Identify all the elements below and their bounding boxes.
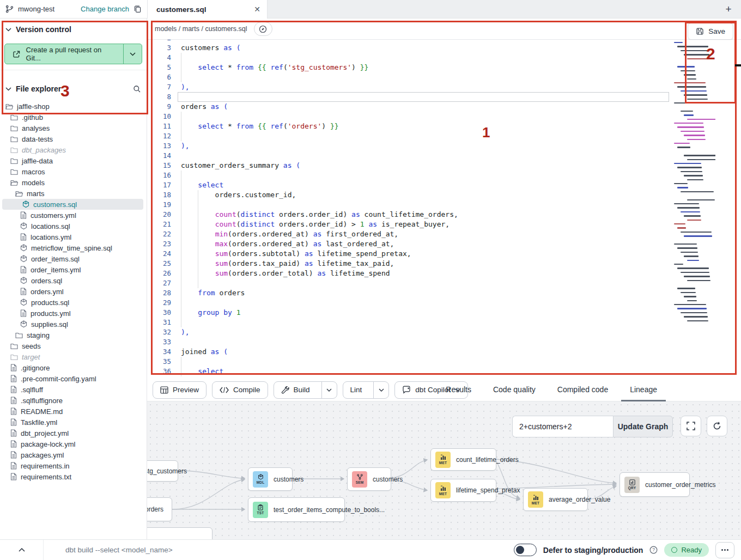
code-line-13[interactable]: 13), xyxy=(147,141,741,151)
more-options-button[interactable] xyxy=(715,542,734,558)
status-badge-ready[interactable]: Ready xyxy=(664,543,709,557)
code-line-24[interactable]: 24 sum(orders.subtotal) as lifetime_spen… xyxy=(147,249,741,259)
lineage-node-customers[interactable]: SEMcustomers xyxy=(347,467,391,491)
code-line-12[interactable]: 12 xyxy=(147,131,741,141)
copy-icon[interactable] xyxy=(133,5,142,13)
tree-item-orders-sql[interactable]: orders.sql xyxy=(0,275,147,286)
add-tab-button[interactable]: + xyxy=(721,2,736,16)
preview-button[interactable]: Preview xyxy=(153,381,206,399)
tree-item-marts[interactable]: marts xyxy=(0,188,147,199)
code-line-27[interactable]: 27 xyxy=(147,278,741,288)
tree-item--github[interactable]: .github xyxy=(0,112,147,123)
tree-item-jaffle-data[interactable]: jaffle-data xyxy=(0,155,147,166)
code-line-29[interactable]: 29 xyxy=(147,298,741,308)
tree-item-requirements-txt[interactable]: requirements.txt xyxy=(0,471,147,482)
code-line-33[interactable]: 33 xyxy=(147,337,741,347)
tree-item-locations-yml[interactable]: locations.yml xyxy=(0,232,147,242)
tree-item-seeds[interactable]: seeds xyxy=(0,340,147,351)
code-line-18[interactable]: 18 orders.customer_id, xyxy=(147,190,741,200)
tab-customers-sql[interactable]: customers.sql ✕ xyxy=(148,0,268,19)
tree-item-macros[interactable]: macros xyxy=(0,166,147,177)
lineage-node-customers[interactable]: MDLcustomers xyxy=(248,467,293,491)
lineage-node-count-lifetime-orders[interactable]: METcount_lifetime_orders xyxy=(430,448,496,471)
code-line-3[interactable]: 3customers as ( xyxy=(147,43,741,53)
tree-item--sqlfluff[interactable]: .sqlfluff xyxy=(0,384,147,395)
tree-item-order-items-yml[interactable]: order_items.yml xyxy=(0,264,147,275)
lineage-node-customer-order-metrics[interactable]: QRYcustomer_order_metrics xyxy=(619,472,690,497)
code-line-32[interactable]: 32), xyxy=(147,327,741,337)
tree-item-jaffle-shop[interactable]: jaffle-shop xyxy=(0,101,147,112)
build-button[interactable]: Build xyxy=(274,382,317,398)
lineage-node-orders[interactable]: MDLorders xyxy=(147,497,172,521)
tree-item-products-sql[interactable]: products.sql xyxy=(0,297,147,308)
code-line-30[interactable]: 30 group by 1 xyxy=(147,308,741,318)
update-graph-button[interactable]: Update Graph xyxy=(613,416,673,437)
tree-item--sqlfluffignore[interactable]: .sqlfluffignore xyxy=(0,395,147,406)
change-branch-link[interactable]: Change branch xyxy=(81,5,129,13)
code-line-25[interactable]: 25 sum(orders.tax_paid) as lifetime_tax_… xyxy=(147,259,741,269)
tree-item-target[interactable]: target xyxy=(0,351,147,362)
tree-item-taskfile-yml[interactable]: Taskfile.yml xyxy=(0,417,147,428)
code-line-16[interactable]: 16 xyxy=(147,171,741,180)
code-line-10[interactable]: 10 xyxy=(147,112,741,121)
code-line-21[interactable]: 21 count(distinct orders.order_id) > 1 a… xyxy=(147,220,741,229)
code-line-20[interactable]: 20 count(distinct orders.order_id) as co… xyxy=(147,210,741,220)
tree-item-package-lock-yml[interactable]: package-lock.yml xyxy=(0,439,147,449)
cli-command-text[interactable]: dbt build --select <model_name> xyxy=(65,546,173,554)
code-line-14[interactable]: 14 xyxy=(147,151,741,161)
lineage-node-test-order-items-compute-to-bools-[interactable]: TSTtest_order_items_compute_to_bools... xyxy=(248,497,345,522)
compass-button[interactable] xyxy=(254,22,272,36)
tree-item-metricflow-time-spine-sql[interactable]: metricflow_time_spine.sql xyxy=(0,242,147,253)
tree-item-order-items-sql[interactable]: order_items.sql xyxy=(0,253,147,264)
tab-lineage[interactable]: Lineage xyxy=(621,379,666,401)
version-control-header[interactable]: Version control xyxy=(0,19,147,39)
compile-button[interactable]: Compile xyxy=(212,381,268,399)
code-line-35[interactable]: 35 xyxy=(147,357,741,367)
tree-item-customers-yml[interactable]: customers.yml xyxy=(0,210,147,221)
tree-item-staging[interactable]: staging xyxy=(0,330,147,340)
code-line-11[interactable]: 11 select * from {{ ref('orders') }} xyxy=(147,121,741,131)
tree-item--pre-commit-config-yaml[interactable]: .pre-commit-config.yaml xyxy=(0,373,147,384)
code-line-26[interactable]: 26 sum(orders.order_total) as lifetime_s… xyxy=(147,269,741,278)
tree-item-analyses[interactable]: analyses xyxy=(0,123,147,133)
code-line-4[interactable]: 4 xyxy=(147,53,741,63)
lineage-node-partial[interactable] xyxy=(147,527,212,539)
lineage-panel[interactable]: MDLstg_customersMDLordersMDLcustomersTST… xyxy=(147,401,741,539)
lint-dropdown-caret[interactable] xyxy=(373,382,388,398)
tree-item-locations-sql[interactable]: locations.sql xyxy=(0,221,147,232)
fullscreen-button[interactable] xyxy=(681,416,701,436)
tab-code-quality[interactable]: Code quality xyxy=(484,379,544,401)
defer-toggle[interactable] xyxy=(514,544,537,556)
tab-compiled-code[interactable]: Compiled code xyxy=(549,379,617,401)
create-pull-request-button[interactable]: Create a pull request on Git... xyxy=(4,44,142,64)
pr-dropdown-caret[interactable] xyxy=(123,44,142,64)
code-line-15[interactable]: 15customer_orders_summary as ( xyxy=(147,161,741,171)
code-line-31[interactable]: 31 xyxy=(147,318,741,327)
file-explorer-header[interactable]: File explorer xyxy=(0,78,147,99)
code-line-8[interactable]: 8 xyxy=(147,92,741,102)
lint-button[interactable]: Lint xyxy=(343,382,369,398)
code-line-9[interactable]: 9orders as ( xyxy=(147,102,741,112)
close-tab-icon[interactable]: ✕ xyxy=(254,5,260,14)
refresh-button[interactable] xyxy=(707,416,727,436)
build-dropdown-caret[interactable] xyxy=(321,382,337,398)
code-line-23[interactable]: 23 max(orders.ordered_at) as last_ordere… xyxy=(147,239,741,249)
tree-item-requirements-in[interactable]: requirements.in xyxy=(0,460,147,471)
tree-item-supplies-sql[interactable]: supplies.sql xyxy=(0,319,147,330)
save-button[interactable]: Save xyxy=(688,23,733,40)
tree-item-readme-md[interactable]: README.md xyxy=(0,406,147,417)
lineage-node-average-order-value[interactable]: METaverage_order_value xyxy=(523,488,588,511)
code-line-17[interactable]: 17 select xyxy=(147,180,741,190)
code-line-19[interactable]: 19 xyxy=(147,200,741,210)
code-line-6[interactable]: 6 xyxy=(147,72,741,82)
tree-item-products-yml[interactable]: products.yml xyxy=(0,308,147,319)
code-line-7[interactable]: 7), xyxy=(147,82,741,92)
code-line-34[interactable]: 34joined as ( xyxy=(147,347,741,357)
code-editor[interactable]: 23customers as (45 select * from {{ ref(… xyxy=(147,40,741,379)
tree-item-orders-yml[interactable]: orders.yml xyxy=(0,286,147,297)
tree-item-data-tests[interactable]: data-tests xyxy=(0,133,147,144)
help-icon[interactable]: ? xyxy=(649,546,658,554)
lineage-selector-input[interactable] xyxy=(512,416,613,437)
code-line-22[interactable]: 22 min(orders.ordered_at) as first_order… xyxy=(147,229,741,239)
tree-item-models[interactable]: models xyxy=(0,177,147,188)
